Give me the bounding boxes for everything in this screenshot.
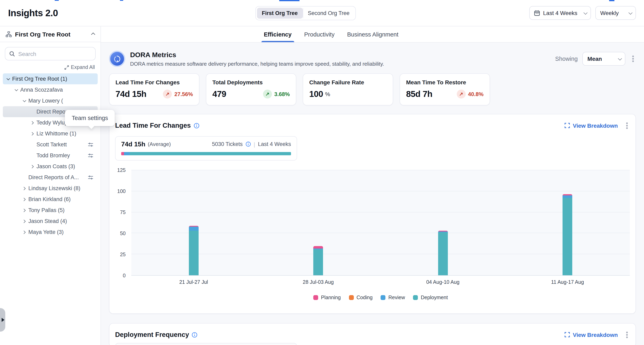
progress-segment-deployment <box>130 152 291 155</box>
bar-28 Jul-03 Aug[interactable] <box>314 246 323 275</box>
info-icon[interactable] <box>194 123 200 128</box>
toggle-second-org-tree[interactable]: Second Org Tree <box>303 8 354 19</box>
gridline <box>131 212 630 212</box>
team-settings-icon[interactable] <box>88 142 93 147</box>
expand-all-button[interactable]: Expand All <box>6 64 95 70</box>
tab-efficiency[interactable]: Efficiency <box>263 26 292 42</box>
bar-04 Aug-10 Aug[interactable] <box>438 231 448 275</box>
divider: | <box>254 141 255 148</box>
x-axis: 21 Jul-27 Jul 28 Jul-03 Aug 04 Aug-10 Au… <box>131 279 630 286</box>
granularity-select-value: Weekly <box>600 10 619 16</box>
gridline <box>131 170 630 170</box>
arrow-right-icon <box>2 318 4 322</box>
search-box <box>5 47 96 60</box>
chevron-right-icon[interactable] <box>22 230 26 234</box>
chevron-down-icon <box>628 10 632 14</box>
summary-period: Last 4 Weeks <box>258 141 291 147</box>
sidebar-header[interactable]: First Org Tree Root <box>0 26 100 42</box>
tickets-count: 5030 Tickets <box>212 141 243 147</box>
showing-label: Showing <box>555 56 578 62</box>
tree-item-jason-coats[interactable]: Jason Coats (3) <box>3 161 98 172</box>
tab-productivity[interactable]: Productivity <box>303 26 335 42</box>
metric-cards: Lead Time For Changes 74d 15h ↗ 27.56% T… <box>109 74 636 106</box>
tree-item-maya[interactable]: Maya Yette (3) <box>3 226 98 238</box>
app-title: Insights 2.0 <box>8 8 58 18</box>
legend-item: Planning <box>313 295 341 300</box>
legend-swatch <box>413 295 418 300</box>
lead-time-chart: 0 25 50 75 100 125 21 Jul-27 Jul 28 Jul <box>115 170 630 300</box>
tree-item-anna[interactable]: Anna Scozzafava <box>3 84 98 95</box>
top-header: Insights 2.0 First Org Tree Second Org T… <box>0 0 644 26</box>
chevron-right-icon[interactable] <box>22 187 26 190</box>
chevron-down-icon[interactable] <box>14 88 18 91</box>
expand-icon <box>565 123 570 128</box>
tree-item-todd[interactable]: Todd Bromley <box>3 150 98 161</box>
tree-item-liz[interactable]: Liz Whittome (1) <box>3 128 98 139</box>
tree-item-direct-reports-of-a[interactable]: Direct Reports of A... <box>3 172 98 183</box>
chevron-right-icon[interactable] <box>22 208 26 212</box>
chevron-right-icon[interactable] <box>22 220 26 223</box>
legend-item: Coding <box>349 295 372 300</box>
metric-value: 85d 7h <box>406 89 432 99</box>
info-icon[interactable] <box>192 332 198 338</box>
chevron-down-icon <box>618 56 622 60</box>
view-breakdown-link[interactable]: View Breakdown <box>565 332 618 338</box>
sidebar-title: First Org Tree Root <box>15 30 70 38</box>
lead-time-summary: 74d 15h (Average) 5030 Tickets | Last 4 … <box>115 136 297 160</box>
org-tree-icon <box>6 31 12 37</box>
search-input[interactable] <box>18 50 91 57</box>
trend-badge: ↗ 40.8% <box>456 90 484 98</box>
calendar-icon <box>534 10 540 16</box>
chevron-down-icon[interactable] <box>6 76 10 80</box>
trend-up-icon: ↗ <box>263 90 272 98</box>
section-menu-button[interactable] <box>624 121 630 130</box>
metric-value: 74d 15h <box>116 89 146 99</box>
section-title: Deployment Frequency <box>115 331 189 339</box>
bar-21 Jul-27 Jul[interactable] <box>189 226 198 275</box>
chart-plot <box>131 170 630 276</box>
metric-value: 479 <box>212 89 226 99</box>
toggle-first-org-tree[interactable]: First Org Tree <box>257 8 302 19</box>
section-title: Lead Time For Changes <box>115 122 191 130</box>
team-settings-icon[interactable] <box>88 175 93 180</box>
trend-badge: ↗ 27.56% <box>163 90 193 98</box>
bar-11 Aug-17 Aug[interactable] <box>563 194 572 275</box>
tree-item-brian[interactable]: Brian Kirkland (6) <box>3 194 98 205</box>
view-breakdown-link[interactable]: View Breakdown <box>565 122 618 129</box>
showing-select-value: Mean <box>588 56 602 62</box>
dora-menu-button[interactable] <box>630 54 636 64</box>
top-edge-artifact <box>120 0 123 1</box>
dora-title: DORA Metrics <box>130 51 384 59</box>
chevron-up-icon[interactable] <box>91 33 95 36</box>
granularity-select[interactable]: Weekly <box>595 6 636 20</box>
org-tree: First Org Tree Root (1) Anna Scozzafava … <box>0 74 100 238</box>
expand-all-icon <box>64 65 69 70</box>
chevron-right-icon[interactable] <box>30 121 34 124</box>
section-menu-button[interactable] <box>624 330 630 340</box>
chevron-right-icon[interactable] <box>30 132 34 136</box>
team-settings-icon[interactable] <box>88 153 93 158</box>
chevron-down-icon[interactable] <box>23 98 26 102</box>
chevron-right-icon[interactable] <box>22 198 26 201</box>
period-select[interactable]: Last 4 Weeks <box>529 6 591 20</box>
tree-item-jason-stead[interactable]: Jason Stead (4) <box>3 216 98 226</box>
tab-business-alignment[interactable]: Business Alignment <box>346 26 399 42</box>
metric-card-total-deployments: Total Deployments 479 ↗ 3.68% <box>206 74 296 106</box>
showing-select[interactable]: Mean <box>582 52 626 66</box>
tree-item-tony[interactable]: Tony Pallas (5) <box>3 205 98 216</box>
tree-item-mary[interactable]: Mary Lowery ( <box>3 95 98 106</box>
tree-item-scott[interactable]: Scott Tarkett <box>3 139 98 150</box>
tree-item-root[interactable]: First Org Tree Root (1) <box>3 74 98 84</box>
chevron-right-icon[interactable] <box>30 165 34 168</box>
progress-segment-planning <box>121 152 124 155</box>
dora-header: DORA Metrics DORA metrics measure softwa… <box>109 51 636 67</box>
trend-up-icon: ↗ <box>163 90 172 98</box>
metric-unit: % <box>325 91 330 97</box>
top-edge-artifact <box>55 0 59 1</box>
tabs-bar: Efficiency Productivity Business Alignme… <box>101 26 644 42</box>
info-icon[interactable] <box>246 142 251 147</box>
legend-swatch <box>349 295 354 300</box>
main-content: Efficiency Productivity Business Alignme… <box>101 26 644 345</box>
tree-item-lindsay[interactable]: Lindsay Liszewski (8) <box>3 183 98 194</box>
sidebar-collapse-handle[interactable] <box>0 308 5 332</box>
